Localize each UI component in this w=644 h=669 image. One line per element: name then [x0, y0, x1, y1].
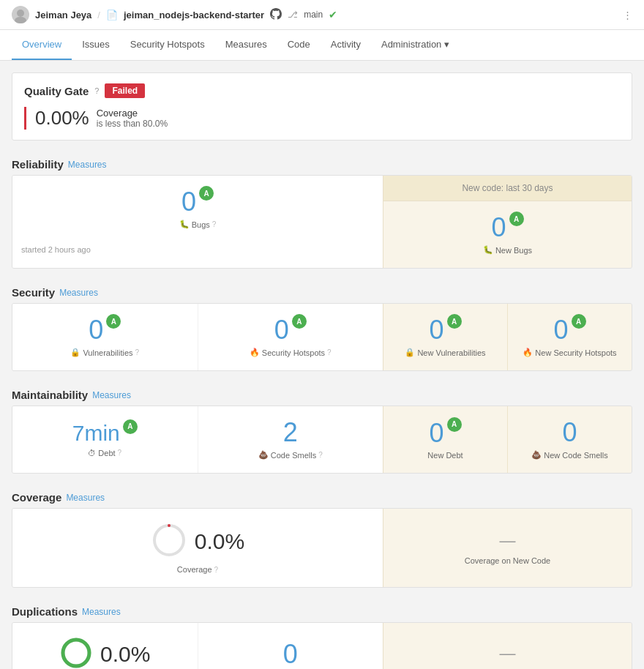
github-icon [270, 8, 282, 22]
gate-condition-metric: Coverage [97, 108, 168, 119]
smells-metric: 2 💩 Code Smells ? [198, 406, 383, 473]
duplications-title: Duplications [12, 605, 78, 618]
reliability-title: Reliability [12, 158, 64, 171]
new-vulnerabilities-label: New Vulnerabilities [417, 348, 485, 357]
new-dup-value: — [500, 644, 516, 663]
security-old-code: 0 A 🔒 Vulnerabilities ? 0 A [12, 304, 383, 370]
smells-label: Code Smells [271, 451, 316, 460]
new-smells-metric: 0 💩 New Code Smells [508, 406, 632, 473]
quality-gate-status: Failed [105, 83, 145, 98]
debt-help-icon[interactable]: ? [118, 449, 122, 457]
nav-measures[interactable]: Measures [215, 30, 277, 60]
security-grid: 0 A 🔒 Vulnerabilities ? 0 A [12, 303, 632, 371]
nav-code[interactable]: Code [277, 30, 321, 60]
bugs-label: Bugs [192, 220, 210, 229]
reliability-old-code: 0 A 🐛 Bugs ? started 2 hours ago [12, 176, 383, 268]
new-hotspots-metric: 0 A 🔥 New Security Hotspots [508, 304, 632, 370]
coverage-old-code: 0.0% Coverage ? [12, 509, 383, 587]
vulnerabilities-value: 0 [89, 317, 103, 343]
new-dup-metric: — Duplications on New Code [383, 631, 632, 670]
maintainability-title: Maintainability [12, 389, 88, 401]
new-bugs-label: New Bugs [495, 246, 532, 255]
debt-icon: ⏱ [88, 449, 96, 457]
svg-point-0 [17, 10, 24, 17]
vuln-icon: 🔒 [70, 348, 80, 357]
vuln-help-icon[interactable]: ? [135, 348, 140, 356]
new-bugs-metric: 0 A 🐛 New Bugs [383, 201, 632, 268]
coverage-new-code: — Coverage on New Code [383, 509, 632, 587]
maintainability-measures-link[interactable]: Measures [92, 390, 131, 400]
coverage-circle [151, 522, 187, 561]
coverage-label: Coverage [177, 565, 212, 574]
gate-condition-threshold: is less than 80.0% [97, 119, 168, 129]
maintainability-grid: 7min A ⏱ Debt ? 2 [12, 405, 632, 474]
nav-activity[interactable]: Activity [321, 30, 371, 60]
coverage-help-icon[interactable]: ? [214, 566, 219, 574]
nav-bar: Overview Issues Security Hotspots Measur… [0, 30, 644, 61]
new-hotspots-value: 0 [553, 317, 568, 343]
duplications-old-code: 0.0% Duplications ? 0 Duplicated Blocks [12, 623, 383, 669]
smells-help-icon[interactable]: ? [318, 451, 323, 459]
vulnerabilities-metric: 0 A 🔒 Vulnerabilities ? [12, 304, 198, 370]
debt-label: Debt [98, 449, 115, 457]
reliability-measures-link[interactable]: Measures [68, 160, 107, 170]
duplications-new-code: — Duplications on New Code [383, 623, 632, 669]
new-debt-label: New Debt [427, 451, 463, 460]
vulnerabilities-label: Vulnerabilities [83, 348, 132, 357]
started-note: started 2 hours ago [12, 242, 383, 260]
debt-rating: A [123, 419, 138, 434]
repo-icon: 📄 [106, 10, 118, 20]
security-title: Security [12, 286, 55, 299]
duplications-measures-link[interactable]: Measures [82, 607, 121, 617]
gate-condition: 0.00% Coverage is less than 80.0% [24, 107, 620, 130]
maintainability-new-code: 0 A New Debt 0 💩 New Code Sme [383, 406, 632, 473]
header-separator: / [97, 10, 100, 20]
coverage-measures-link[interactable]: Measures [66, 493, 105, 503]
coverage-value: 0.0% [195, 531, 244, 553]
quality-gate-title: Quality Gate [24, 85, 89, 97]
bugs-rating: A [199, 186, 214, 201]
quality-gate-help-icon[interactable]: ? [94, 86, 99, 95]
new-debt-rating: A [447, 417, 462, 432]
security-measures-link[interactable]: Measures [59, 288, 98, 298]
new-vulnerabilities-metric: 0 A 🔒 New Vulnerabilities [383, 304, 508, 370]
new-bugs-value: 0 [491, 214, 506, 241]
user-name[interactable]: Jeiman Jeya [35, 10, 91, 20]
bugs-help-icon[interactable]: ? [212, 220, 217, 228]
maintainability-old-code: 7min A ⏱ Debt ? 2 [12, 406, 383, 473]
main-content: Quality Gate ? Failed 0.00% Coverage is … [0, 61, 644, 669]
hotspots-metric: 0 A 🔥 Security Hotspots ? [198, 304, 383, 370]
hotspots-value: 0 [274, 317, 289, 343]
new-hotspots-rating: A [572, 314, 586, 329]
hotspots-label: Security Hotspots [262, 348, 325, 357]
svg-point-1 [15, 17, 26, 23]
new-vuln-icon: 🔒 [405, 348, 415, 357]
repo-name[interactable]: jeiman_nodejs-backend-starter [124, 10, 264, 20]
nav-overview[interactable]: Overview [12, 30, 72, 60]
coverage-grid: 0.0% Coverage ? — [12, 508, 632, 588]
nav-issues[interactable]: Issues [72, 30, 120, 60]
bug-icon: 🐛 [179, 220, 190, 229]
new-coverage-label: Coverage on New Code [465, 556, 550, 565]
nav-security-hotspots[interactable]: Security Hotspots [120, 30, 215, 60]
smells-value: 2 [283, 419, 298, 446]
more-options-icon[interactable]: ⋮ [623, 10, 632, 20]
reliability-section: Reliability Measures 0 A 🐛 Bugs ? [12, 152, 632, 269]
quality-gate-section: Quality Gate ? Failed 0.00% Coverage is … [12, 72, 632, 141]
maintainability-section: Maintainability Measures 7min A ⏱ Debt ? [12, 383, 632, 474]
new-coverage-metric: — Coverage on New Code [383, 518, 632, 578]
new-code-header: New code: last 30 days [383, 176, 632, 201]
new-smells-value: 0 [562, 419, 577, 446]
new-hotspot-icon: 🔥 [523, 348, 533, 357]
hotspot-help-icon[interactable]: ? [327, 348, 332, 356]
bugs-metric: 0 A 🐛 Bugs ? [12, 176, 383, 242]
vulnerabilities-rating: A [106, 314, 121, 329]
new-hotspots-label: New Security Hotspots [535, 348, 616, 357]
new-coverage-value: — [500, 531, 516, 550]
new-smells-label: New Code Smells [544, 451, 607, 460]
nav-administration[interactable]: Administration [371, 30, 460, 60]
new-smell-icon: 💩 [531, 450, 542, 460]
new-vulnerabilities-value: 0 [429, 317, 443, 343]
new-bug-icon: 🐛 [483, 245, 493, 255]
page-header: Jeiman Jeya / 📄 jeiman_nodejs-backend-st… [0, 0, 644, 30]
